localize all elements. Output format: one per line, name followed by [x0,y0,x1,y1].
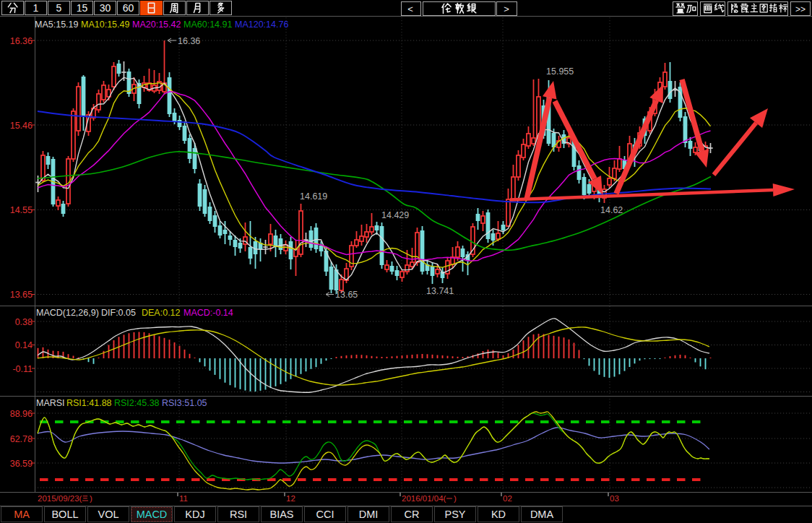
svg-text:RSI3:51.05: RSI3:51.05 [162,398,207,408]
svg-text:DIF:0.05: DIF:0.05 [101,308,136,318]
svg-text:PSY: PSY [444,509,465,520]
svg-text:1: 1 [33,2,39,14]
svg-text:MACD:-0.14: MACD:-0.14 [183,308,233,318]
svg-text:16.36: 16.36 [10,36,33,46]
svg-text:RSI2:45.38: RSI2:45.38 [114,398,160,408]
svg-text:MA10:15.49: MA10:15.49 [81,20,129,30]
svg-text:MA5:15.19: MA5:15.19 [35,20,79,30]
svg-text:12: 12 [286,494,295,503]
svg-text:14.619: 14.619 [300,191,327,202]
svg-text:14.429: 14.429 [381,210,409,220]
svg-text:DEA:0.12: DEA:0.12 [142,308,181,318]
svg-text:MARSI: MARSI [36,398,65,408]
svg-text:36.59: 36.59 [10,459,33,469]
svg-text:2016/01/04(: 2016/01/04( [402,494,446,503]
svg-text:13.65: 13.65 [10,290,33,300]
svg-text:2015/09/23(: 2015/09/23( [38,494,82,503]
svg-text:): ) [90,494,92,503]
svg-text:16.36: 16.36 [178,36,200,46]
svg-text:13.741: 13.741 [426,286,454,296]
svg-text:RSI1:41.88: RSI1:41.88 [66,398,112,408]
svg-text:11: 11 [179,494,188,503]
svg-text:RSI: RSI [230,509,247,520]
svg-text:88.96: 88.96 [10,409,33,419]
svg-text:30: 30 [100,2,111,14]
svg-text:03: 03 [610,494,619,503]
svg-text:VOL: VOL [98,509,118,520]
svg-text:0.14: 0.14 [15,340,33,350]
svg-text:5: 5 [56,2,62,14]
svg-text:MA: MA [14,509,30,520]
svg-text:MACD(12,26,9): MACD(12,26,9) [36,308,99,318]
svg-text:15.46: 15.46 [10,121,33,131]
svg-text:MACD: MACD [137,509,168,520]
svg-text:DMA: DMA [530,509,554,520]
svg-text:CR: CR [405,509,420,520]
svg-text:<: < [407,4,413,14]
svg-text:MA20:15.42: MA20:15.42 [132,20,181,30]
svg-text:DMI: DMI [359,509,379,520]
svg-text:CCI: CCI [316,509,334,520]
svg-text:KD: KD [491,509,506,520]
svg-text:15: 15 [77,2,88,14]
svg-text:MA60:14.91: MA60:14.91 [183,20,232,30]
svg-text:BOLL: BOLL [51,509,78,520]
svg-text:>>: >> [795,4,805,14]
svg-text:): ) [454,494,457,503]
svg-text:62.78: 62.78 [10,434,33,444]
svg-text:60: 60 [123,2,134,14]
svg-text:KDJ: KDJ [185,509,204,520]
svg-text:14.62: 14.62 [600,205,623,215]
svg-text:15.955: 15.955 [546,66,574,77]
svg-text:MA120:14.76: MA120:14.76 [235,20,288,30]
svg-text:14.55: 14.55 [10,205,33,215]
svg-text:0.38: 0.38 [15,317,33,327]
svg-text:BIAS: BIAS [269,509,293,520]
svg-text:02: 02 [503,494,512,503]
svg-text:>: > [504,4,509,14]
svg-text:13.65: 13.65 [335,290,358,300]
svg-text:-0.11: -0.11 [12,364,33,374]
